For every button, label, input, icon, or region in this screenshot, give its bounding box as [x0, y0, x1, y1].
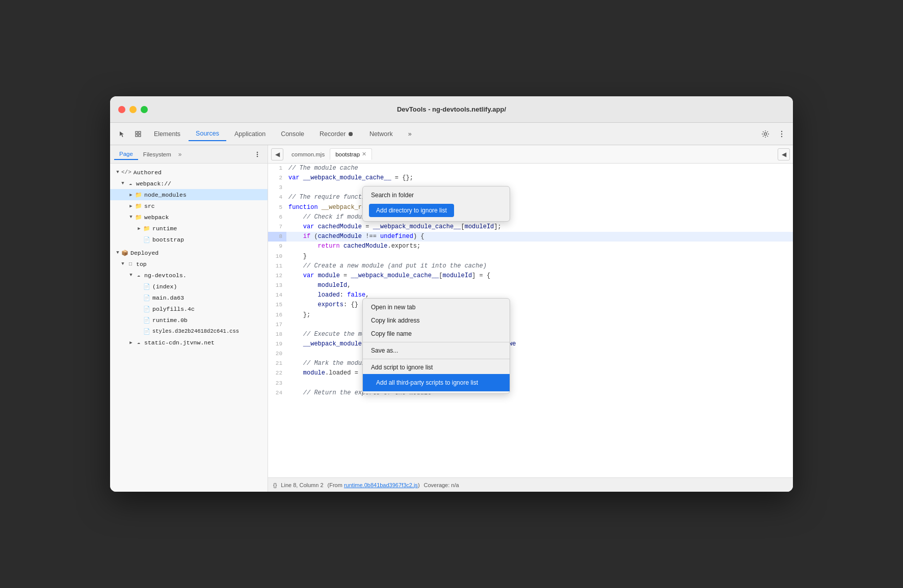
tab-network[interactable]: Network — [362, 127, 400, 141]
src-item[interactable]: ▶ 📁 src — [110, 200, 268, 211]
common-mjs-label: common.mjs — [291, 151, 325, 157]
sidebar: Page Filesystem » ▼ — [110, 145, 268, 492]
code-editor[interactable]: 1 // The module cache 2 var __webpack_mo… — [268, 164, 793, 477]
polyfills-item[interactable]: 📄 polyfills.4c — [110, 303, 268, 314]
styles-item[interactable]: 📄 styles.d3e2b24618d2c641.css — [110, 326, 268, 337]
code-line-7: 7 var cachedModule = __webpack_module_ca… — [268, 222, 793, 232]
tab-recorder[interactable]: Recorder ⏺ — [312, 127, 361, 141]
code-line-5: 5 function __webpack_require__(moduleId)… — [268, 203, 793, 212]
webpack-label: webpack:// — [136, 180, 171, 187]
bootstrap-label: bootstrap — [152, 236, 184, 243]
top-label: top — [136, 261, 147, 268]
minimize-button[interactable] — [129, 106, 137, 113]
authored-arrow: ▼ — [114, 170, 121, 175]
inspect-icon[interactable] — [130, 127, 146, 141]
runtime-label: runtime — [152, 225, 177, 232]
sidebar-tab-more[interactable]: » — [178, 151, 182, 158]
code-line-24: 24 // Return the exports of the module — [268, 388, 793, 398]
add-script-label: Add script to ignore list — [371, 364, 433, 371]
file-tree: ▼ </> Authored ▼ ☁ webpack:// ▶ 📁 node_m… — [110, 164, 268, 492]
settings-icon[interactable] — [758, 127, 773, 141]
add-all-scripts-button[interactable]: Add all third-party scripts to ignore li… — [369, 376, 485, 389]
code-nav-right[interactable]: ◀ — [778, 148, 790, 161]
tab-console[interactable]: Console — [274, 127, 311, 141]
search-in-folder-item[interactable]: Search in folder — [363, 189, 510, 202]
context-menu-top: Search in folder Add directory to ignore… — [362, 186, 510, 222]
open-new-tab-label: Open in new tab — [371, 304, 415, 311]
runtime-item[interactable]: ▶ 📁 runtime — [110, 223, 268, 234]
cursor-position: Line 8, Column 2 — [281, 482, 323, 488]
maximize-button[interactable] — [141, 106, 148, 113]
ng-devtools-item[interactable]: ▼ ☁ ng-devtools. — [110, 270, 268, 281]
devtools-tab-bar: Elements Sources Application Console Rec… — [110, 123, 793, 145]
deployed-section[interactable]: ▼ 📦 Deployed — [110, 247, 268, 258]
webpack-folder-item[interactable]: ▼ 📁 webpack — [110, 211, 268, 223]
copy-link-item[interactable]: Copy link address — [363, 314, 510, 327]
bootstrap-file-icon: 📄 — [143, 235, 151, 244]
devtools-right-icons — [758, 127, 789, 141]
add-directory-button[interactable]: Add directory to ignore list — [369, 204, 454, 217]
tab-sources[interactable]: Sources — [189, 127, 226, 141]
sidebar-tab-bar: Page Filesystem » — [110, 145, 268, 164]
svg-point-8 — [257, 153, 258, 155]
tab-page[interactable]: Page — [114, 149, 138, 160]
code-line-21: 21 // Mark the module as loaded — [268, 359, 793, 368]
tab-more[interactable]: » — [401, 127, 419, 141]
static-cdn-item[interactable]: ▶ ☁ static-cdn.jtvnw.net — [110, 337, 268, 348]
webpack-folder-arrow: ▼ — [127, 215, 135, 220]
code-nav-back[interactable]: ◀ — [271, 148, 283, 161]
polyfills-label: polyfills.4c — [152, 306, 195, 312]
svg-rect-3 — [139, 135, 141, 137]
code-line-18: 18 // Execute the module function — [268, 330, 793, 339]
sidebar-action-btn[interactable] — [251, 148, 263, 161]
code-line-4: 4 // The require function — [268, 193, 793, 202]
close-tab-icon[interactable]: ✕ — [362, 151, 366, 157]
ng-devtools-label: ng-devtools. — [144, 272, 187, 279]
top-item[interactable]: ▼ □ top — [110, 258, 268, 270]
folder-icon: 📁 — [135, 191, 143, 199]
runtime-file-label: runtime.0b — [152, 317, 188, 324]
index-file-icon: 📄 — [143, 282, 151, 290]
main-item[interactable]: 📄 main.da63 — [110, 292, 268, 303]
code-line-22: 22 module.loaded = true; — [268, 368, 793, 378]
code-line-17: 17 — [268, 320, 793, 330]
sidebar-actions — [251, 148, 263, 161]
add-script-item[interactable]: Add script to ignore list — [363, 361, 510, 374]
format-icon[interactable]: {} — [273, 482, 277, 488]
ng-devtools-cloud-icon: ☁ — [135, 271, 143, 279]
styles-file-icon: 📄 — [143, 327, 151, 335]
open-new-tab-item[interactable]: Open in new tab — [363, 301, 510, 314]
copy-file-name-item[interactable]: Copy file name — [363, 327, 510, 340]
svg-rect-2 — [136, 135, 138, 137]
authored-section[interactable]: ▼ </> Authored — [110, 167, 268, 178]
tab-bootstrap[interactable]: bootstrap ✕ — [330, 148, 372, 160]
devtools-window: DevTools - ng-devtools.netlify.app/ Elem… — [110, 96, 793, 492]
coverage-label: Coverage: n/a — [424, 482, 459, 488]
from-file-link[interactable]: runtime.0b841bad3967f3c2.js — [344, 482, 418, 488]
webpack-item[interactable]: ▼ ☁ webpack:// — [110, 178, 268, 189]
top-page-icon: □ — [126, 260, 135, 268]
save-as-item[interactable]: Save as... — [363, 344, 510, 357]
runtime-folder-icon: 📁 — [143, 224, 151, 232]
deployed-arrow: ▼ — [114, 250, 121, 255]
more-options-icon[interactable] — [775, 127, 789, 141]
tab-elements[interactable]: Elements — [147, 127, 188, 141]
copy-file-name-label: Copy file name — [371, 330, 412, 337]
add-directory-item[interactable]: Add directory to ignore list — [363, 202, 510, 219]
index-item[interactable]: 📄 (index) — [110, 281, 268, 292]
node-modules-item[interactable]: ▶ 📁 node_modules — [110, 189, 268, 200]
tab-common-mjs[interactable]: common.mjs — [286, 149, 330, 159]
src-label: src — [144, 203, 155, 209]
svg-rect-0 — [136, 131, 138, 133]
code-tab-bar: ◀ common.mjs bootstrap ✕ ◀ — [268, 145, 793, 164]
tab-filesystem[interactable]: Filesystem — [138, 149, 176, 159]
code-line-6: 6 // Check if module is in cache — [268, 212, 793, 222]
close-button[interactable] — [118, 106, 125, 113]
bootstrap-item[interactable]: 📄 bootstrap — [110, 234, 268, 245]
tab-application[interactable]: Application — [227, 127, 273, 141]
svg-point-4 — [764, 132, 767, 135]
runtime-file-item[interactable]: 📄 runtime.0b — [110, 314, 268, 326]
code-line-15: 15 exports: {} — [268, 300, 793, 310]
add-all-scripts-item[interactable]: Add all third-party scripts to ignore li… — [363, 374, 510, 391]
cursor-icon[interactable] — [114, 127, 129, 141]
